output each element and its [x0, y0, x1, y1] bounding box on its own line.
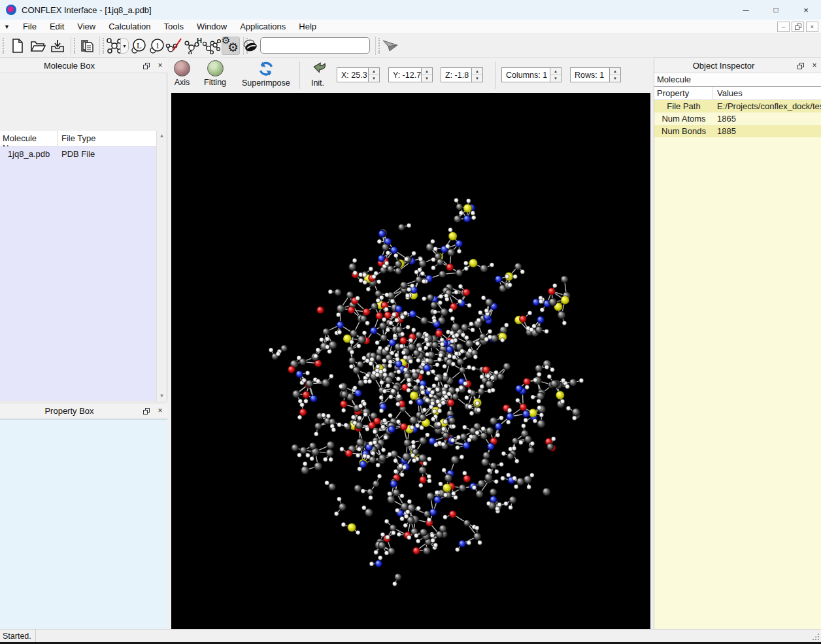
toolbar-drag-handle[interactable]: [378, 38, 380, 54]
property-box-float-button[interactable]: [139, 405, 153, 416]
label-number-button[interactable]: 1: [148, 37, 166, 55]
y-coordinate-spinner[interactable]: Y: -12.7 ▲▼: [388, 67, 433, 82]
object-inspector-float-button[interactable]: [793, 59, 807, 71]
menu-help[interactable]: Help: [292, 20, 323, 33]
svg-text:L: L: [137, 41, 142, 50]
rows-spin-buttons[interactable]: ▲▼: [609, 68, 620, 82]
superimpose-label: Superimpose: [242, 78, 290, 88]
z-coordinate-spinner[interactable]: Z: -1.8 ▲▼: [441, 67, 483, 82]
settings-button[interactable]: ⚙ ⚙: [222, 37, 240, 55]
minimize-button[interactable]: ─: [731, 0, 761, 20]
run-command-button[interactable]: [381, 37, 399, 55]
inspector-row-num-atoms[interactable]: Num Atoms 1865: [654, 112, 821, 125]
y-value: -12.7: [403, 71, 422, 80]
open-file-button[interactable]: [29, 37, 47, 55]
new-file-icon: [11, 39, 24, 53]
close-icon: ×: [158, 61, 162, 70]
molecule-row[interactable]: 1jq8_a.pdb PDB File: [0, 146, 157, 161]
resize-grip-icon[interactable]: [811, 632, 820, 641]
toolbar-drag-handle[interactable]: [3, 38, 5, 54]
build-molecule-dropdown-button[interactable]: ▼: [120, 38, 129, 54]
x-spin-buttons[interactable]: ▲▼: [368, 68, 379, 82]
save-button[interactable]: [48, 37, 67, 55]
init-button[interactable]: Init.: [306, 59, 329, 89]
fitting-button[interactable]: Fitting: [201, 59, 229, 88]
command-input[interactable]: [260, 37, 370, 54]
edit-molecule-button[interactable]: [165, 37, 183, 55]
axis-button[interactable]: Axis: [171, 59, 193, 88]
duplicate-molecule-button[interactable]: [203, 37, 221, 55]
float-icon: [797, 63, 803, 69]
mdi-close-icon: ×: [811, 24, 814, 30]
mdi-restore-button[interactable]: [792, 22, 804, 32]
close-button[interactable]: ×: [791, 0, 821, 20]
molecule-canvas[interactable]: [171, 93, 650, 629]
columns-spin-buttons[interactable]: ▲▼: [550, 68, 561, 82]
spin-up-icon: ▲: [550, 68, 561, 75]
add-hydrogen-button[interactable]: H: [184, 37, 202, 55]
save-icon: [50, 39, 65, 53]
object-inspector-title: Object Inspector: [654, 61, 793, 71]
menu-tools[interactable]: Tools: [158, 20, 190, 33]
x-coordinate-spinner[interactable]: X: 25.3 ▲▼: [337, 67, 380, 82]
toolbar-drag-handle[interactable]: [74, 38, 76, 54]
menu-edit[interactable]: Edit: [43, 20, 71, 33]
y-spin-buttons[interactable]: ▲▼: [421, 68, 432, 82]
scroll-up-icon[interactable]: ▲: [159, 131, 165, 141]
column-molecule-name[interactable]: Molecule Name: [0, 131, 58, 146]
circle-1-icon: 1: [148, 37, 165, 54]
property-name-cell: Num Bonds: [654, 126, 713, 136]
y-label: Y:: [393, 71, 400, 80]
z-value: -1.8: [455, 71, 469, 80]
molecule-box-float-button[interactable]: [139, 59, 153, 71]
column-values[interactable]: Values: [713, 87, 821, 99]
menu-window[interactable]: Window: [190, 20, 233, 33]
mdi-system-menu-icon[interactable]: ▼: [4, 24, 10, 30]
column-property-name[interactable]: Property Name: [654, 87, 713, 99]
center-area: Axis Fitting Superimpose In: [167, 58, 654, 629]
object-inspector-close-button[interactable]: ×: [807, 59, 821, 71]
add-hydrogen-icon: H: [184, 37, 202, 54]
title-bar: CONFLEX Interface - [1jq8_a.pdb] ─ □ ×: [0, 0, 821, 20]
copy-button[interactable]: [78, 37, 96, 55]
superimpose-button[interactable]: Superimpose: [239, 59, 293, 89]
svg-text:H: H: [197, 37, 202, 44]
z-spin-buttons[interactable]: ▲▼: [471, 68, 482, 82]
molecule-pair-icon: [203, 37, 221, 54]
property-value-cell: 1885: [713, 126, 821, 136]
axis-label: Axis: [175, 78, 190, 87]
inspector-row-num-bonds[interactable]: Num Bonds 1885: [654, 125, 821, 137]
menu-view[interactable]: View: [71, 20, 102, 33]
column-file-type[interactable]: File Type: [58, 131, 157, 146]
left-dock: Molecule Box × Molecule Name File Type 1…: [0, 58, 167, 629]
spin-up-icon: ▲: [610, 68, 620, 75]
inspector-row-file-path[interactable]: File Path E:/Projects/conflex_dock/tes..…: [654, 100, 821, 112]
molecule-list-scrollbar[interactable]: ▲ ▼: [156, 131, 167, 401]
mdi-close-button[interactable]: ×: [806, 22, 818, 32]
mdi-minimize-button[interactable]: –: [777, 22, 790, 32]
toolbar-separator: [71, 37, 71, 55]
viewport-3d[interactable]: [171, 93, 650, 629]
menu-calculation[interactable]: Calculation: [102, 20, 157, 33]
maximize-button[interactable]: □: [761, 0, 791, 20]
molecule-box-close-button[interactable]: ×: [153, 59, 167, 71]
bean-icon: [243, 39, 258, 52]
label-element-button[interactable]: L: [129, 37, 148, 55]
rows-spinner[interactable]: Rows: 1 ▲▼: [570, 67, 621, 82]
menu-file[interactable]: File: [16, 20, 43, 33]
svg-text:1: 1: [156, 41, 160, 50]
molecule-list: 1jq8_a.pdb PDB File: [0, 146, 157, 401]
object-inspector-dock: Object Inspector × Molecule Property Nam…: [654, 58, 821, 629]
clean-structure-button[interactable]: [242, 37, 259, 55]
x-value: 25.3: [351, 71, 367, 80]
toolbar-drag-handle[interactable]: [103, 38, 105, 54]
columns-spinner[interactable]: Columns: 1 ▲▼: [501, 67, 561, 82]
property-box-content: [0, 419, 167, 644]
spin-down-icon: ▼: [369, 75, 379, 82]
new-file-button[interactable]: [8, 37, 27, 55]
menu-applications[interactable]: Applications: [233, 20, 292, 33]
property-box-close-button[interactable]: ×: [153, 405, 167, 416]
molecule-box-title: Molecule Box: [0, 61, 139, 71]
superimpose-icon: [258, 60, 275, 77]
scroll-down-icon[interactable]: ▼: [159, 391, 165, 401]
